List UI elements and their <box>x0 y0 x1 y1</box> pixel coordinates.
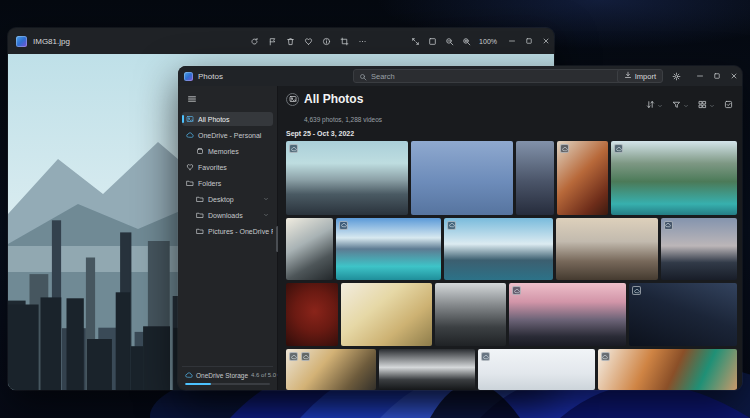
city-sunset-photo[interactable] <box>509 283 626 346</box>
sidebar-item-label: Folders <box>198 180 221 187</box>
chevron-down-icon <box>657 95 663 113</box>
actual-size-icon[interactable] <box>426 35 439 48</box>
more-icon[interactable] <box>356 35 369 48</box>
grid-view-dropdown[interactable] <box>698 95 715 113</box>
image-icon <box>186 115 194 124</box>
hamburger-menu-icon[interactable] <box>185 92 199 106</box>
viewer-window-title: IMG81.jpg <box>33 37 70 46</box>
cloud-badge-icon <box>447 221 456 230</box>
shrimp-pasta-photo[interactable] <box>341 283 433 346</box>
zoom-in-icon[interactable] <box>460 35 473 48</box>
sidebar-item-favorites[interactable]: Favorites <box>182 160 273 174</box>
sidebar: All PhotosOneDrive - PersonalMemoriesFav… <box>178 86 278 390</box>
photo-count-subtitle: 4,639 photos, 1,288 videos <box>304 116 737 123</box>
import-icon <box>624 71 632 81</box>
sidebar-item-downloads[interactable]: Downloads <box>192 208 273 222</box>
amusement-tower-photo[interactable] <box>411 141 514 215</box>
bicycle-fence-photo[interactable] <box>556 218 658 280</box>
sidebar-item-label: Memories <box>208 148 239 155</box>
cloud-badge-icon <box>481 352 490 361</box>
maximize-button[interactable] <box>708 66 725 86</box>
starry-night-photo[interactable] <box>629 283 737 346</box>
memories-icon <box>196 147 204 156</box>
search-input[interactable] <box>371 72 621 81</box>
filter-dropdown[interactable] <box>672 95 689 113</box>
chevron-down-icon[interactable] <box>263 196 269 203</box>
ramen-bowl-photo[interactable] <box>286 349 376 390</box>
red-plate-chopsticks-photo[interactable] <box>286 283 338 346</box>
mountain-valley-lake-photo[interactable] <box>611 141 737 215</box>
delete-icon[interactable] <box>284 35 297 48</box>
sidebar-item-all-photos[interactable]: All Photos <box>182 112 273 126</box>
zoom-level[interactable]: 100% <box>479 38 497 45</box>
select-dropdown[interactable] <box>724 95 733 113</box>
viewer-titlebar[interactable]: IMG81.jpg 100% <box>8 28 554 54</box>
dusk-treeline-photo[interactable] <box>661 218 737 280</box>
sidebar-item-label: Downloads <box>208 212 243 219</box>
cloud-badge-icon <box>632 286 641 295</box>
snow-field-photo[interactable] <box>478 349 594 390</box>
gear-icon[interactable] <box>669 69 683 83</box>
folder-icon <box>196 195 204 204</box>
photo-grid-row <box>286 218 737 280</box>
sort-dropdown[interactable] <box>646 95 663 113</box>
import-button[interactable]: Import <box>617 69 663 83</box>
cloud-badge-icon <box>512 286 521 295</box>
city-skyline-photo[interactable] <box>286 141 408 215</box>
night-clouds-photo[interactable] <box>516 141 554 215</box>
rotate-icon[interactable] <box>248 35 261 48</box>
viewer-toolbar <box>248 28 369 54</box>
heart-icon <box>186 163 194 172</box>
folder-icon <box>196 227 204 236</box>
sidebar-item-pictures-onedrive-personal[interactable]: Pictures - OneDrive Personal <box>192 224 273 238</box>
sidebar-item-desktop[interactable]: Desktop <box>192 192 273 206</box>
sidebar-item-folders[interactable]: Folders <box>182 176 273 190</box>
import-label: Import <box>635 72 656 81</box>
close-button[interactable] <box>537 28 554 54</box>
cloud-badge-icon <box>601 352 610 361</box>
gallery-content: All Photos 4,639 photos, 1,288 videos Se… <box>278 86 742 390</box>
lakeshore-clouds-photo[interactable] <box>444 218 553 280</box>
fit-screen-icon[interactable] <box>409 35 422 48</box>
brunch-bowl-photo[interactable] <box>557 141 608 215</box>
close-button[interactable] <box>725 66 742 86</box>
all-photos-icon <box>286 93 299 106</box>
sun-over-water-photo[interactable] <box>286 218 333 280</box>
sidebar-item-label: Desktop <box>208 196 234 203</box>
monochrome-ridge-photo[interactable] <box>379 349 476 390</box>
storm-clouds-photo[interactable] <box>435 283 506 346</box>
cloud-badge-icon <box>560 144 569 153</box>
sidebar-item-label: Favorites <box>198 164 227 171</box>
info-icon[interactable] <box>320 35 333 48</box>
photo-grid <box>286 141 737 390</box>
search-box[interactable] <box>353 69 627 83</box>
onedrive-storage[interactable]: OneDrive Storage 4.6 of 5.0 GB <box>182 366 273 391</box>
storage-label: OneDrive Storage <box>196 372 248 379</box>
date-range-label[interactable]: Sept 25 - Oct 3, 2022 <box>286 130 737 137</box>
grid-view-icon <box>698 95 707 113</box>
maximize-button[interactable] <box>520 28 537 54</box>
sidebar-item-label: All Photos <box>198 116 230 123</box>
desktop: IMG81.jpg 100% <box>0 0 750 418</box>
minimize-button[interactable] <box>503 28 520 54</box>
photo-grid-row <box>286 283 737 346</box>
turquoise-lake-photo[interactable] <box>336 218 441 280</box>
photos-app-title: Photos <box>198 72 223 81</box>
photos-titlebar[interactable]: Photos Import <box>178 66 742 86</box>
cloud-badge-icon <box>289 352 298 361</box>
search-icon <box>359 67 367 85</box>
crop-icon[interactable] <box>338 35 351 48</box>
cloud-badge-icon <box>614 144 623 153</box>
favorite-icon[interactable] <box>302 35 315 48</box>
zoom-out-icon[interactable] <box>443 35 456 48</box>
cloud-icon <box>186 131 194 140</box>
sidebar-item-memories[interactable]: Memories <box>192 144 273 158</box>
photos-app-window: Photos Import All PhotosOneDrive - Perso… <box>178 66 742 390</box>
sidebar-item-onedrive-personal[interactable]: OneDrive - Personal <box>182 128 273 142</box>
pie-and-latte-photo[interactable] <box>598 349 737 390</box>
cloud-badge-icon <box>339 221 348 230</box>
minimize-button[interactable] <box>691 66 708 86</box>
flag-icon[interactable] <box>266 35 279 48</box>
chevron-down-icon[interactable] <box>263 212 269 219</box>
photos-app-icon <box>16 36 27 47</box>
